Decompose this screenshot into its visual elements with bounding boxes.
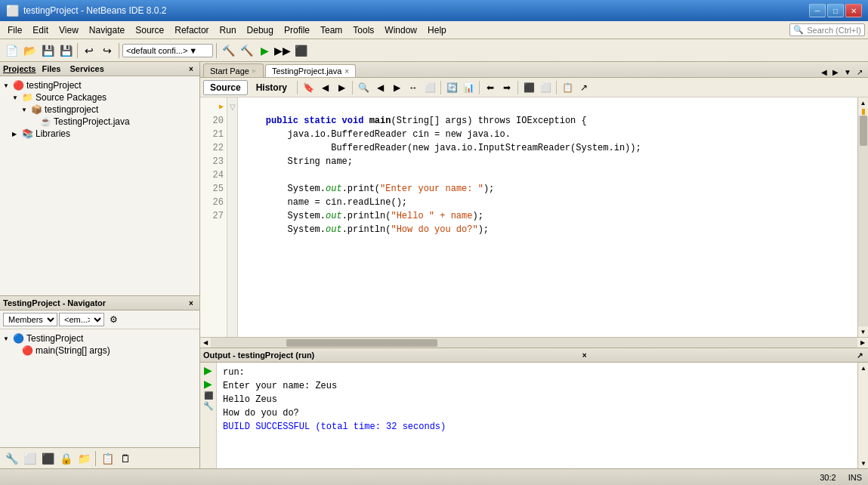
scroll-right-button[interactable]: ▶: [857, 338, 868, 348]
menu-file[interactable]: File: [3, 23, 26, 37]
redo-button[interactable]: ↪: [99, 42, 116, 59]
undo-button[interactable]: ↩: [81, 42, 97, 59]
menu-edit[interactable]: Edit: [28, 23, 53, 37]
tree-item-testingproject-java[interactable]: ▶ ☕ TestingProject.java: [3, 116, 196, 128]
editor-vertical-scrollbar[interactable]: ▲ ▼: [857, 97, 868, 337]
new-project-button[interactable]: 📄: [3, 42, 20, 59]
navigator-members-select[interactable]: Members: [3, 313, 57, 326]
projects-tab[interactable]: Projects: [3, 64, 36, 73]
menu-help[interactable]: Help: [423, 23, 451, 37]
clear-icon[interactable]: 🔧: [203, 401, 214, 411]
files-tab[interactable]: Files: [39, 63, 63, 74]
tab-source[interactable]: Source: [203, 80, 248, 95]
scroll-up-button[interactable]: ▲: [858, 97, 869, 108]
run-file-button[interactable]: ▶▶: [274, 42, 291, 59]
ed-btn-next-bookmark[interactable]: ▶: [334, 80, 349, 95]
tab-nav-left[interactable]: ◀: [819, 67, 829, 77]
navigator-panel-close[interactable]: ×: [186, 298, 196, 308]
run-again-icon[interactable]: ▶: [204, 364, 212, 376]
output-vertical-scrollbar[interactable]: ▲ ▼: [857, 363, 868, 468]
tree-item-testingproject[interactable]: ▼ 🔴 testingProject: [3, 79, 196, 91]
ed-btn-refactor[interactable]: 🔄: [444, 80, 459, 95]
build-button[interactable]: 🔨: [220, 42, 236, 59]
lbt-btn-4[interactable]: 🔒: [57, 450, 74, 467]
tab-start-page[interactable]: Start Page ▸: [203, 63, 264, 77]
scroll-track[interactable]: [858, 116, 868, 326]
lbt-btn-7[interactable]: 🗒: [117, 450, 134, 467]
menu-tools[interactable]: Tools: [348, 23, 378, 37]
ed-btn-step[interactable]: ⬜: [538, 80, 553, 95]
ed-btn-toggle-diff[interactable]: ⬜: [422, 80, 437, 95]
ed-btn-find[interactable]: 🔍: [356, 80, 371, 95]
run-again-2-icon[interactable]: ▶: [204, 378, 212, 390]
projects-panel-close[interactable]: ×: [186, 63, 196, 74]
services-tab[interactable]: Services: [67, 63, 107, 74]
fold-marker[interactable]: ▽: [228, 100, 236, 114]
lbt-btn-6[interactable]: 📋: [99, 450, 116, 467]
left-panel: Projects Files Services × ▼ 🔴 testingPro…: [0, 62, 200, 468]
scroll-thumb[interactable]: [860, 116, 867, 146]
menu-view[interactable]: View: [54, 23, 83, 37]
output-scroll-up[interactable]: ▲: [858, 363, 868, 373]
run-button[interactable]: ▶: [256, 42, 273, 59]
menu-team[interactable]: Team: [316, 23, 347, 37]
config-selector[interactable]: <default confi...> ▼: [122, 44, 213, 57]
output-restore-btn[interactable]: ↗: [854, 351, 865, 360]
tab-restore-btn[interactable]: ↗: [854, 67, 865, 77]
output-panel-close[interactable]: ×: [579, 350, 590, 360]
menu-debug[interactable]: Debug: [242, 23, 278, 37]
scroll-track-h[interactable]: [211, 338, 857, 348]
scroll-left-button[interactable]: ◀: [200, 338, 211, 348]
ed-btn-toggle-breakpoint[interactable]: ⬛: [521, 80, 536, 95]
lbt-btn-2[interactable]: ⬜: [21, 450, 38, 467]
save-all-button[interactable]: 💾: [57, 42, 74, 59]
ed-btn-prev-bookmark[interactable]: ◀: [317, 80, 332, 95]
ed-btn-tasks[interactable]: 📋: [560, 80, 575, 95]
tab-nav-right[interactable]: ▶: [830, 67, 841, 77]
navigator-filter-select[interactable]: <em...>: [59, 313, 104, 326]
maximize-button[interactable]: □: [827, 4, 844, 17]
menu-profile[interactable]: Profile: [280, 23, 314, 37]
lbt-btn-3[interactable]: ⬛: [39, 450, 56, 467]
menu-navigate[interactable]: Navigate: [85, 23, 129, 37]
ed-btn-hierarchy[interactable]: 📊: [461, 80, 476, 95]
lbt-btn-1[interactable]: 🔧: [3, 450, 20, 467]
ed-btn-toggle-bookmark[interactable]: 🔖: [301, 80, 316, 95]
tab-history[interactable]: History: [249, 80, 294, 95]
nav-tree-main[interactable]: ▶ 🔴 main(String[] args): [3, 344, 196, 357]
output-scroll-track[interactable]: [858, 373, 868, 458]
minimize-button[interactable]: ─: [809, 4, 826, 17]
open-project-button[interactable]: 📂: [21, 42, 38, 59]
output-scroll-down[interactable]: ▼: [858, 458, 868, 468]
scroll-down-button[interactable]: ▼: [858, 326, 869, 337]
ed-btn-find-prev[interactable]: ◀: [372, 80, 388, 95]
tree-item-libraries[interactable]: ▶ 📚 Libraries: [3, 128, 196, 140]
save-button[interactable]: 💾: [39, 42, 56, 59]
menu-source[interactable]: Source: [131, 23, 168, 37]
scroll-thumb-h[interactable]: [286, 339, 437, 347]
menu-refactor[interactable]: Refactor: [170, 23, 213, 37]
tab-java-close-button[interactable]: ×: [344, 67, 349, 76]
ed-btn-restore[interactable]: ↗: [576, 80, 592, 95]
nav-tree-class[interactable]: ▼ 🔵 TestingProject: [3, 332, 196, 344]
menu-window[interactable]: Window: [380, 23, 422, 37]
editor-horizontal-scrollbar[interactable]: ◀ ▶: [200, 337, 868, 348]
tab-testing-project-java[interactable]: TestingProject.java ×: [265, 64, 356, 77]
lbt-btn-5[interactable]: 📁: [76, 450, 92, 467]
tree-item-testingproject-pkg[interactable]: ▼ 📦 testingproject: [3, 103, 196, 116]
navigator-config-btn[interactable]: ⚙: [106, 312, 121, 327]
ed-btn-find-next[interactable]: ▶: [389, 80, 404, 95]
ed-btn-forward[interactable]: ➡: [499, 80, 514, 95]
menu-run[interactable]: Run: [215, 23, 241, 37]
search-box[interactable]: 🔍 Search (Ctrl+I): [789, 23, 865, 36]
stop-icon[interactable]: ⬛: [204, 391, 213, 400]
close-button[interactable]: ✕: [845, 4, 862, 17]
ed-btn-replace[interactable]: ↔: [406, 80, 421, 95]
tree-item-source-packages[interactable]: ▼ 📁 Source Packages: [3, 91, 196, 103]
code-editor[interactable]: public static void main(String[] args) t…: [238, 97, 857, 337]
ed-btn-back[interactable]: ⬅: [483, 80, 498, 95]
stop-button[interactable]: ⬛: [292, 42, 309, 59]
clean-build-button[interactable]: 🔨: [238, 42, 255, 59]
tab-nav-menu[interactable]: ▼: [842, 67, 854, 77]
navigator-controls: Members <em...> ⚙: [0, 310, 199, 329]
